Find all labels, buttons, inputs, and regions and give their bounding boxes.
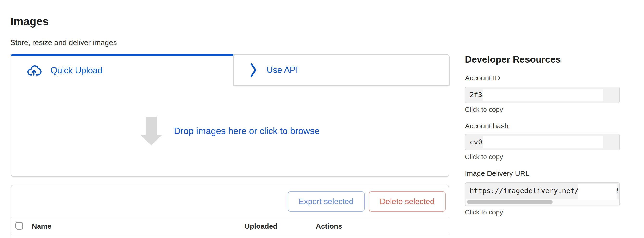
account-hash-field[interactable]: cv0J xyxy=(465,134,620,150)
column-header-actions: Actions xyxy=(316,222,342,230)
account-id-redaction xyxy=(483,89,603,101)
dropzone-label: Drop images here or click to browse xyxy=(174,126,320,136)
developer-resources-heading: Developer Resources xyxy=(465,54,561,65)
export-selected-button[interactable]: Export selected xyxy=(288,191,364,212)
page-subtitle: Store, resize and deliver images xyxy=(10,38,117,47)
tab-use-api[interactable]: Use API xyxy=(233,54,450,86)
delete-selected-button[interactable]: Delete selected xyxy=(369,191,446,212)
account-hash-copy-hint: Click to copy xyxy=(465,153,503,161)
column-header-uploaded: Uploaded xyxy=(244,222,278,230)
table-header-row: Name Uploaded Actions xyxy=(11,218,449,235)
tab-use-api-label: Use API xyxy=(267,65,298,75)
upload-panel: Quick Upload Use API Drop images here or… xyxy=(10,54,449,177)
tab-quick-upload[interactable]: Quick Upload xyxy=(11,56,233,85)
cloud-upload-icon xyxy=(26,65,42,76)
image-list-panel: Export selected Delete selected Name Upl… xyxy=(10,185,449,238)
tab-quick-upload-label: Quick Upload xyxy=(50,66,102,76)
image-delivery-url-field[interactable]: https://imagedelivery.net/cv0JSj 2 xyxy=(465,182,620,206)
chevron-right-icon xyxy=(250,63,256,77)
account-id-copy-hint: Click to copy xyxy=(465,106,503,114)
account-hash-redaction xyxy=(483,136,603,148)
account-id-field[interactable]: 2f3d xyxy=(465,87,620,103)
horizontal-scrollbar-thumb[interactable] xyxy=(467,200,552,204)
arrow-down-icon xyxy=(140,117,162,145)
image-dropzone[interactable]: Drop images here or click to browse xyxy=(11,86,449,176)
account-hash-label: Account hash xyxy=(465,122,508,130)
image-delivery-url-copy-hint: Click to copy xyxy=(465,209,503,216)
image-delivery-url-label: Image Delivery URL xyxy=(465,169,529,178)
select-all-checkbox[interactable] xyxy=(16,222,23,230)
image-delivery-url-redaction xyxy=(578,184,616,200)
page-title: Images xyxy=(10,15,49,28)
column-header-name: Name xyxy=(32,222,52,230)
images-page: Images Store, resize and deliver images … xyxy=(0,0,644,238)
list-toolbar: Export selected Delete selected xyxy=(11,185,449,218)
account-id-label: Account ID xyxy=(465,74,500,82)
